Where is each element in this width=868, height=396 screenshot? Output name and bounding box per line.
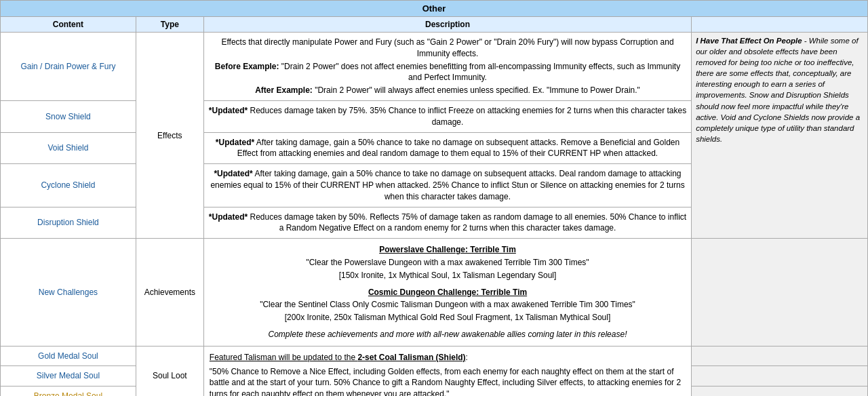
type-achievements: Achievements (136, 239, 203, 346)
row-gain-drain: Gain / Drain Power & Fury Effects Effect… (1, 33, 868, 101)
updated-label-disruption: *Updated* (209, 212, 248, 222)
content-silver-medal-soul: Silver Medal Soul (1, 366, 136, 386)
updated-label-snow: *Updated* (209, 106, 248, 115)
column-headers: Content Type Description (1, 17, 868, 33)
featured-talisman-colon: : (466, 353, 468, 362)
content-disruption-shield: Disruption Shield (1, 207, 136, 239)
col-side (692, 17, 868, 33)
desc-cyclone-shield: *Updated* After taking damage, gain a 50… (203, 164, 691, 207)
featured-talisman-prefix: Featured Talisman will be updated to the (210, 353, 358, 362)
side-note-effects: I Have That Effect On People - While som… (692, 33, 868, 239)
desc-gain-drain: Effects that directly manipulate Power a… (203, 33, 691, 101)
side-note-bold: I Have That Effect On People (696, 37, 802, 45)
side-empty-gold (692, 346, 868, 365)
col-type: Type (136, 17, 203, 33)
side-note-text: - While some of our older and obsolete e… (696, 37, 860, 143)
type-soul-loot: Soul Loot (136, 346, 203, 396)
row-gold-medal-soul: Gold Medal Soul Soul Loot Featured Talis… (1, 346, 868, 365)
content-gain-drain: Gain / Drain Power & Fury (1, 33, 136, 101)
challenge2-title: Cosmic Dungeon Challenge: Terrible Tim (368, 288, 527, 297)
after-label: After Example: (255, 85, 313, 95)
before-label: Before Example: (215, 62, 279, 71)
desc-disruption-shield: *Updated* Reduces damage taken by 50%. R… (203, 207, 691, 239)
content-void-shield: Void Shield (1, 132, 136, 164)
content-gold-medal-soul: Gold Medal Soul (1, 346, 136, 365)
desc-void-shield: *Updated* After taking damage, gain a 50… (203, 132, 691, 164)
content-bronze-medal-soul: Bronze Medal Soul (1, 386, 136, 396)
content-new-challenges: New Challenges (1, 239, 136, 346)
row-new-challenges: New Challenges Achievements Powerslave C… (1, 239, 868, 346)
content-snow-shield: Snow Shield (1, 100, 136, 132)
side-empty-bronze (692, 386, 868, 396)
challenges-footer: Complete these achievements and more wit… (269, 330, 627, 339)
content-cyclone-shield: Cyclone Shield (1, 164, 136, 207)
header-title: Other (1, 1, 868, 17)
updated-label-void: *Updated* (216, 138, 254, 147)
desc-snow-shield: *Updated* Reduces damage taken by 75%. 3… (203, 100, 691, 132)
col-description: Description (203, 17, 691, 33)
side-empty-challenges (692, 239, 868, 346)
challenge1-title: Powerslave Challenge: Terrible Tim (379, 245, 516, 254)
side-empty-silver (692, 366, 868, 386)
updated-label-cyclone: *Updated* (214, 169, 252, 178)
desc-new-challenges: Powerslave Challenge: Terrible Tim "Clea… (203, 239, 691, 346)
desc-soul-loot: Featured Talisman will be updated to the… (203, 346, 691, 396)
type-effects: Effects (136, 33, 203, 239)
featured-talisman-name: 2-set Coal Talisman (Shield) (357, 353, 465, 362)
col-content: Content (1, 17, 136, 33)
section-header: Other (1, 1, 868, 17)
main-table: Other Content Type Description Gain / Dr… (0, 0, 868, 396)
